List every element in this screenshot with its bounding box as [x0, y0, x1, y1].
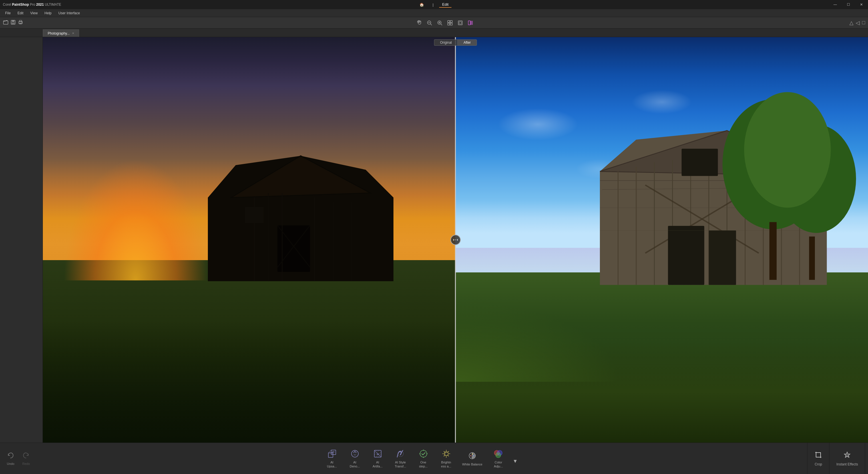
app-title: Corel PaintShop Pro 2021 ULTIMATE [3, 3, 61, 6]
undo-icon [7, 452, 14, 461]
top-right-icon2[interactable]: ◁ [856, 20, 860, 26]
brightness-label: Brightness a... [441, 460, 451, 469]
actual-size-tool[interactable] [456, 19, 465, 27]
ai-artifact-label: AIArtifa... [373, 460, 382, 469]
menu-bar: File Edit View Help User Interface [0, 9, 868, 17]
image-after [456, 37, 868, 443]
grass-overlay [43, 321, 456, 443]
window-controls: — ☐ ✕ [829, 0, 868, 9]
redo-button[interactable]: Redo [18, 450, 34, 467]
svg-point-85 [472, 453, 473, 454]
crop-label: Crop [815, 462, 822, 466]
menu-user-interface[interactable]: User Interface [56, 10, 83, 16]
one-step-label: Onestep... [419, 460, 428, 469]
top-right-icon1[interactable]: △ [849, 20, 854, 26]
splitter-handle[interactable] [450, 235, 461, 245]
one-step-tool[interactable]: Onestep... [412, 446, 435, 471]
minimize-button[interactable]: — [829, 0, 842, 9]
top-toolbar: △ ◁ □ [0, 17, 868, 29]
svg-point-75 [355, 454, 356, 455]
zoom-in-tool[interactable] [435, 19, 444, 27]
ai-denoise-tool[interactable]: AI AIDeno... [343, 446, 366, 471]
svg-rect-17 [450, 21, 452, 23]
svg-rect-55 [668, 226, 704, 285]
photo-tab[interactable]: Photography... ✕ [43, 29, 79, 37]
svg-rect-19 [450, 23, 452, 25]
tab-close-icon[interactable]: ✕ [72, 32, 74, 35]
ai-upscale-tool[interactable]: AI AIUpsa... [321, 446, 343, 471]
compare-labels: Original After [434, 39, 477, 46]
edit-mode-btn[interactable]: Edit [439, 2, 451, 8]
barn-silhouette [208, 134, 394, 289]
tab-label: Photography... [48, 31, 70, 35]
adjustment-tools: AI AIUpsa... AI AIDeno... [34, 446, 807, 471]
home-icon[interactable]: 🏠 [416, 2, 427, 7]
white-balance-icon: WB [467, 450, 477, 461]
menu-edit[interactable]: Edit [14, 10, 26, 16]
veg-left [456, 301, 620, 382]
after-scene [456, 37, 868, 443]
svg-rect-63 [770, 222, 777, 280]
svg-rect-16 [448, 21, 450, 23]
svg-point-8 [22, 22, 22, 23]
sidebar-left [0, 37, 43, 443]
svg-line-68 [328, 450, 331, 453]
svg-point-74 [353, 454, 354, 455]
compare-splitter[interactable] [455, 37, 456, 443]
save-button[interactable] [10, 20, 16, 26]
color-adjust-tool[interactable]: ColorAdju... [487, 446, 510, 471]
svg-rect-3 [12, 20, 14, 22]
tab-bar: Photography... ✕ [0, 29, 868, 37]
file-tools [0, 20, 43, 26]
menu-view[interactable]: View [27, 10, 40, 16]
open-button[interactable] [3, 20, 8, 26]
sunset-glow [63, 159, 208, 280]
undo-button[interactable]: Undo [3, 450, 18, 467]
redo-label: Redo [22, 462, 30, 466]
brightness-tool[interactable]: Brightness a... [435, 446, 458, 471]
more-tools-button[interactable]: ▼ [510, 450, 521, 467]
crop-icon [814, 451, 822, 461]
one-step-icon [418, 449, 429, 459]
instant-effects-icon [843, 451, 851, 461]
compare-view-tool[interactable] [466, 19, 475, 27]
undo-label: Undo [7, 462, 14, 466]
white-balance-tool[interactable]: WB White Balance [458, 448, 487, 469]
top-right-icons: △ ◁ □ [846, 20, 868, 26]
fit-view-tool[interactable] [445, 19, 455, 27]
ai-style-tool[interactable]: AI AI StyleTransf... [389, 446, 412, 471]
separator: | [433, 3, 433, 7]
ai-artifact-tool[interactable]: AI AIArtifa... [366, 446, 389, 471]
view-tools [43, 19, 846, 27]
svg-rect-23 [471, 21, 473, 25]
undo-redo-group: Undo Redo [3, 450, 34, 467]
close-button[interactable]: ✕ [855, 0, 868, 9]
after-label[interactable]: After [458, 39, 477, 46]
svg-line-15 [441, 24, 442, 25]
zoom-out-tool[interactable] [425, 19, 434, 27]
print-button[interactable] [18, 20, 23, 26]
ai-artifact-icon: AI [373, 449, 383, 459]
compare-container: Original After [43, 37, 868, 443]
white-balance-label: White Balance [462, 462, 483, 466]
top-right-icon3[interactable]: □ [862, 20, 865, 26]
ai-style-label: AI StyleTransf... [395, 460, 406, 469]
menu-help[interactable]: Help [42, 10, 55, 16]
svg-text:AI: AI [399, 450, 401, 452]
ai-denoise-icon: AI [350, 449, 360, 459]
menu-file[interactable]: File [2, 10, 13, 16]
crop-tool[interactable]: Crop [807, 443, 830, 474]
svg-point-82 [420, 450, 427, 457]
pan-tool[interactable] [414, 19, 424, 27]
svg-rect-64 [809, 236, 815, 280]
svg-rect-22 [468, 21, 470, 25]
svg-rect-4 [12, 23, 14, 24]
title-bar: Corel PaintShop Pro 2021 ULTIMATE 🏠 | Ed… [0, 0, 868, 9]
image-original [43, 37, 456, 443]
maximize-button[interactable]: ☐ [842, 0, 855, 9]
original-label[interactable]: Original [434, 39, 457, 46]
instant-effects-tool[interactable]: Instant Effects [830, 443, 865, 474]
ai-style-icon: AI [396, 449, 406, 459]
brightness-icon [441, 449, 452, 459]
bottom-toolbar: Undo Redo AI [0, 443, 868, 474]
